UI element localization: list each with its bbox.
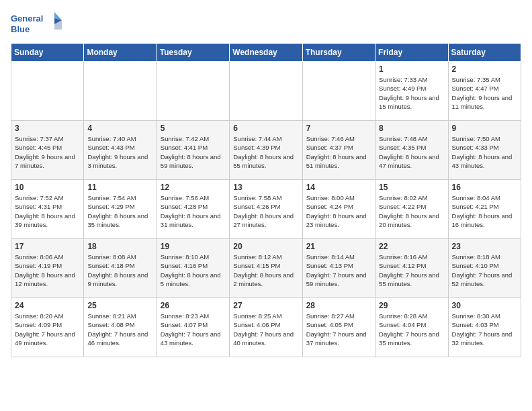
weekday-header: Wednesday — [230, 44, 302, 62]
cell-details: Sunrise: 8:10 AM Sunset: 4:16 PM Dayligh… — [161, 253, 226, 288]
cell-details: Sunrise: 7:37 AM Sunset: 4:45 PM Dayligh… — [15, 134, 80, 170]
calendar-cell: 20Sunrise: 8:12 AM Sunset: 4:15 PM Dayli… — [230, 239, 302, 298]
calendar-cell: 15Sunrise: 8:02 AM Sunset: 4:22 PM Dayli… — [375, 180, 448, 239]
cell-details: Sunrise: 8:00 AM Sunset: 4:24 PM Dayligh… — [306, 193, 371, 229]
svg-text:Blue: Blue — [11, 24, 30, 34]
day-number: 8 — [379, 124, 444, 133]
cell-details: Sunrise: 8:02 AM Sunset: 4:22 PM Dayligh… — [379, 193, 444, 229]
calendar-cell — [157, 62, 229, 121]
cell-details: Sunrise: 8:18 AM Sunset: 4:10 PM Dayligh… — [452, 253, 517, 288]
calendar-cell: 27Sunrise: 8:25 AM Sunset: 4:06 PM Dayli… — [230, 298, 302, 357]
calendar-cell: 28Sunrise: 8:27 AM Sunset: 4:05 PM Dayli… — [302, 298, 375, 357]
calendar-week-row: 17Sunrise: 8:06 AM Sunset: 4:19 PM Dayli… — [11, 239, 521, 298]
calendar-cell: 19Sunrise: 8:10 AM Sunset: 4:16 PM Dayli… — [157, 239, 229, 298]
logo: General Blue — [11, 11, 64, 38]
calendar-cell: 6Sunrise: 7:44 AM Sunset: 4:39 PM Daylig… — [230, 121, 302, 180]
day-number: 13 — [233, 183, 298, 192]
cell-details: Sunrise: 8:28 AM Sunset: 4:04 PM Dayligh… — [379, 312, 444, 347]
cell-details: Sunrise: 7:40 AM Sunset: 4:43 PM Dayligh… — [87, 134, 152, 170]
weekday-header: Friday — [375, 44, 448, 62]
calendar-cell: 24Sunrise: 8:20 AM Sunset: 4:09 PM Dayli… — [11, 298, 84, 357]
calendar-week-row: 24Sunrise: 8:20 AM Sunset: 4:09 PM Dayli… — [11, 298, 521, 357]
calendar-cell: 23Sunrise: 8:18 AM Sunset: 4:10 PM Dayli… — [448, 239, 521, 298]
day-number: 25 — [87, 301, 152, 310]
cell-details: Sunrise: 7:56 AM Sunset: 4:28 PM Dayligh… — [161, 193, 226, 229]
calendar-cell: 2Sunrise: 7:35 AM Sunset: 4:47 PM Daylig… — [448, 62, 521, 121]
cell-details: Sunrise: 7:54 AM Sunset: 4:29 PM Dayligh… — [87, 193, 152, 229]
day-number: 19 — [161, 242, 226, 251]
calendar-cell: 4Sunrise: 7:40 AM Sunset: 4:43 PM Daylig… — [84, 121, 157, 180]
day-number: 18 — [87, 242, 152, 251]
day-number: 4 — [87, 124, 152, 133]
day-number: 21 — [306, 242, 371, 251]
weekday-header: Monday — [84, 44, 157, 62]
weekday-header: Saturday — [448, 44, 521, 62]
calendar-cell: 13Sunrise: 7:58 AM Sunset: 4:26 PM Dayli… — [230, 180, 302, 239]
svg-text:General: General — [11, 13, 43, 24]
day-number: 24 — [15, 301, 80, 310]
day-number: 1 — [379, 64, 444, 74]
day-number: 5 — [161, 124, 226, 133]
calendar-week-row: 10Sunrise: 7:52 AM Sunset: 4:31 PM Dayli… — [11, 180, 521, 239]
calendar-cell: 30Sunrise: 8:30 AM Sunset: 4:03 PM Dayli… — [448, 298, 521, 357]
day-number: 27 — [233, 301, 298, 310]
cell-details: Sunrise: 7:46 AM Sunset: 4:37 PM Dayligh… — [306, 134, 371, 170]
day-number: 26 — [161, 301, 226, 310]
calendar-table: SundayMondayTuesdayWednesdayThursdayFrid… — [11, 43, 521, 357]
weekday-header: Sunday — [11, 44, 84, 62]
weekday-header: Thursday — [302, 44, 375, 62]
day-number: 17 — [15, 242, 80, 251]
page-header: General Blue — [11, 11, 521, 38]
cell-details: Sunrise: 7:44 AM Sunset: 4:39 PM Dayligh… — [233, 134, 298, 170]
day-number: 15 — [379, 183, 444, 192]
day-number: 23 — [452, 242, 517, 251]
logo-svg: General Blue — [11, 11, 64, 38]
day-number: 12 — [161, 183, 226, 192]
calendar-cell: 16Sunrise: 8:04 AM Sunset: 4:21 PM Dayli… — [448, 180, 521, 239]
calendar-cell — [84, 62, 157, 121]
calendar-week-row: 1Sunrise: 7:33 AM Sunset: 4:49 PM Daylig… — [11, 62, 521, 121]
calendar-cell: 14Sunrise: 8:00 AM Sunset: 4:24 PM Dayli… — [302, 180, 375, 239]
day-number: 14 — [306, 183, 371, 192]
day-number: 6 — [233, 124, 298, 133]
cell-details: Sunrise: 8:27 AM Sunset: 4:05 PM Dayligh… — [306, 312, 371, 347]
cell-details: Sunrise: 8:21 AM Sunset: 4:08 PM Dayligh… — [87, 312, 152, 347]
calendar-cell: 3Sunrise: 7:37 AM Sunset: 4:45 PM Daylig… — [11, 121, 84, 180]
cell-details: Sunrise: 8:04 AM Sunset: 4:21 PM Dayligh… — [452, 193, 517, 229]
calendar-cell: 12Sunrise: 7:56 AM Sunset: 4:28 PM Dayli… — [157, 180, 229, 239]
cell-details: Sunrise: 7:35 AM Sunset: 4:47 PM Dayligh… — [452, 75, 517, 111]
calendar-header-row: SundayMondayTuesdayWednesdayThursdayFrid… — [11, 44, 521, 62]
calendar-cell: 18Sunrise: 8:08 AM Sunset: 4:18 PM Dayli… — [84, 239, 157, 298]
cell-details: Sunrise: 7:48 AM Sunset: 4:35 PM Dayligh… — [379, 134, 444, 170]
day-number: 28 — [306, 301, 371, 310]
day-number: 11 — [87, 183, 152, 192]
calendar-cell: 1Sunrise: 7:33 AM Sunset: 4:49 PM Daylig… — [375, 62, 448, 121]
day-number: 9 — [452, 124, 517, 133]
day-number: 2 — [452, 64, 517, 74]
calendar-cell — [302, 62, 375, 121]
day-number: 3 — [15, 124, 80, 133]
cell-details: Sunrise: 8:16 AM Sunset: 4:12 PM Dayligh… — [379, 253, 444, 288]
cell-details: Sunrise: 7:52 AM Sunset: 4:31 PM Dayligh… — [15, 193, 80, 229]
cell-details: Sunrise: 8:20 AM Sunset: 4:09 PM Dayligh… — [15, 312, 80, 347]
calendar-cell: 21Sunrise: 8:14 AM Sunset: 4:13 PM Dayli… — [302, 239, 375, 298]
calendar-week-row: 3Sunrise: 7:37 AM Sunset: 4:45 PM Daylig… — [11, 121, 521, 180]
calendar-cell: 17Sunrise: 8:06 AM Sunset: 4:19 PM Dayli… — [11, 239, 84, 298]
day-number: 7 — [306, 124, 371, 133]
cell-details: Sunrise: 8:08 AM Sunset: 4:18 PM Dayligh… — [87, 253, 152, 288]
cell-details: Sunrise: 8:12 AM Sunset: 4:15 PM Dayligh… — [233, 253, 298, 288]
cell-details: Sunrise: 8:14 AM Sunset: 4:13 PM Dayligh… — [306, 253, 371, 288]
calendar-cell: 22Sunrise: 8:16 AM Sunset: 4:12 PM Dayli… — [375, 239, 448, 298]
cell-details: Sunrise: 7:42 AM Sunset: 4:41 PM Dayligh… — [161, 134, 226, 170]
day-number: 10 — [15, 183, 80, 192]
calendar-cell: 29Sunrise: 8:28 AM Sunset: 4:04 PM Dayli… — [375, 298, 448, 357]
cell-details: Sunrise: 7:50 AM Sunset: 4:33 PM Dayligh… — [452, 134, 517, 170]
cell-details: Sunrise: 8:25 AM Sunset: 4:06 PM Dayligh… — [233, 312, 298, 347]
day-number: 30 — [452, 301, 517, 310]
calendar-cell: 25Sunrise: 8:21 AM Sunset: 4:08 PM Dayli… — [84, 298, 157, 357]
cell-details: Sunrise: 8:06 AM Sunset: 4:19 PM Dayligh… — [15, 253, 80, 288]
cell-details: Sunrise: 8:23 AM Sunset: 4:07 PM Dayligh… — [161, 312, 226, 347]
cell-details: Sunrise: 7:33 AM Sunset: 4:49 PM Dayligh… — [379, 75, 444, 111]
calendar-cell: 11Sunrise: 7:54 AM Sunset: 4:29 PM Dayli… — [84, 180, 157, 239]
calendar-cell: 26Sunrise: 8:23 AM Sunset: 4:07 PM Dayli… — [157, 298, 229, 357]
